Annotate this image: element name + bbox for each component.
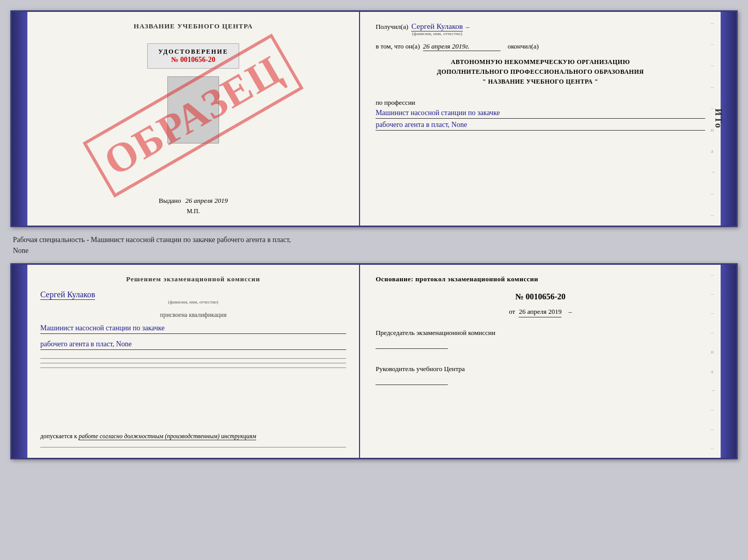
ot-label: от	[509, 308, 515, 315]
spine-left	[12, 12, 27, 226]
profession-line2: рабочего агента в пласт, None	[376, 121, 705, 131]
ot-section: от 26 апреля 2019 –	[376, 308, 705, 317]
cert-left-panel: НАЗВАНИЕ УЧЕБНОГО ЦЕНТРА ОБРАЗЕЦ УДОСТОВ…	[27, 12, 360, 226]
poluchil-label: Получил(а)	[376, 23, 408, 31]
vtom-date: 26 апреля 2019г.	[423, 42, 501, 51]
komissia-title: Решением экзаменационной комиссии	[40, 275, 346, 283]
org-line1: АВТОНОМНУЮ НЕКОММЕРЧЕСКУЮ ОРГАНИЗАЦИЮ	[376, 57, 705, 67]
spine-right: ИTo	[721, 12, 736, 226]
profession-line1: Машинист насосной станции по закачке	[376, 109, 705, 119]
dopuskaetsya-section: допускается к работе согласно должностны…	[40, 433, 346, 440]
between-section: Рабочая специальность - Машинист насосно…	[10, 232, 738, 258]
qualification-line1: Машинист насосной станции по закачке	[40, 324, 346, 334]
between-text2: None	[13, 247, 28, 254]
predsedatel-sig-line	[376, 341, 448, 349]
photo-placeholder	[167, 76, 219, 143]
qualification-line2: рабочего агента в пласт, None	[40, 340, 346, 350]
vtom-line: в том, что он(а) 26 апреля 2019г. окончи…	[376, 42, 705, 51]
ito-mark: ИTo	[713, 108, 724, 129]
cert-bottom-left-panel: Решением экзаменационной комиссии Сергей…	[27, 265, 360, 458]
osnovanie-title: Основание: протокол экзаменационной коми…	[376, 275, 705, 283]
cert-bottom-right-panel: Основание: протокол экзаменационной коми…	[360, 265, 721, 458]
komissia-name: Сергей Кулаков	[40, 290, 95, 300]
vydano-label: Выдано	[159, 197, 181, 204]
fio-hint-top: (фамилия, имя, отчество)	[411, 31, 463, 36]
spine-left-bottom	[12, 265, 27, 458]
dopuskaetsya-label: допускается к	[40, 433, 77, 440]
vydano-date: 26 апреля 2019	[185, 197, 228, 204]
udostoverenie-label: УДОСТОВЕРЕНИЕ	[158, 48, 228, 56]
rukovoditel-section: Руководитель учебного Центра	[376, 365, 705, 387]
bottom-right-dashes: ––––иа←–––	[711, 265, 716, 458]
komissia-fio-hint: (фамилия, имя, отчество)	[40, 299, 346, 305]
recipient-name-handwritten: Сергей Кулаков	[411, 22, 463, 31]
org-block: АВТОНОМНУЮ НЕКОММЕРЧЕСКУЮ ОРГАНИЗАЦИЮ ДО…	[376, 57, 705, 87]
dopusk-text: работе согласно должностным (производств…	[79, 433, 256, 440]
mp-label: М.П.	[186, 207, 199, 215]
prisvoena-label: присвоена квалификация	[40, 311, 346, 319]
ot-date: 26 апреля 2019	[519, 308, 562, 317]
certificate-top: НАЗВАНИЕ УЧЕБНОГО ЦЕНТРА ОБРАЗЕЦ УДОСТОВ…	[10, 10, 738, 227]
cert-school-title: НАЗВАНИЕ УЧЕБНОГО ЦЕНТРА	[134, 22, 253, 30]
okonchil-label: окончил(а)	[508, 42, 539, 51]
org-line3: " НАЗВАНИЕ УЧЕБНОГО ЦЕНТРА "	[376, 77, 705, 87]
recipient-name: Сергей Кулаков (фамилия, имя, отчество)	[411, 22, 463, 36]
poluchil-line: Получил(а) Сергей Кулаков (фамилия, имя,…	[376, 22, 705, 36]
vtom-label: в том, что он(а)	[376, 42, 420, 51]
po-professii-label: по профессии	[376, 99, 705, 107]
protocol-number: № 0010656-20	[376, 292, 705, 301]
predsedatel-label: Председатель экзаменационной комиссии	[376, 329, 705, 337]
between-text1: Рабочая специальность - Машинист насосно…	[13, 236, 291, 244]
udostoverenie-box: УДОСТОВЕРЕНИЕ № 0010656-20	[147, 43, 239, 69]
cert-number: № 0010656-20	[158, 56, 228, 64]
spine-right-bottom	[721, 265, 736, 458]
rukovoditel-sig-line	[376, 377, 448, 385]
certificate-bottom: Решением экзаменационной комиссии Сергей…	[10, 263, 738, 459]
org-line2: ДОПОЛНИТЕЛЬНОГО ПРОФЕССИОНАЛЬНОГО ОБРАЗО…	[376, 67, 705, 77]
rukovoditel-label: Руководитель учебного Центра	[376, 365, 705, 373]
cert-right-panel: Получил(а) Сергей Кулаков (фамилия, имя,…	[360, 12, 721, 226]
vydano-section: Выдано 26 апреля 2019	[159, 186, 228, 205]
predsedatel-section: Председатель экзаменационной комиссии	[376, 329, 705, 351]
